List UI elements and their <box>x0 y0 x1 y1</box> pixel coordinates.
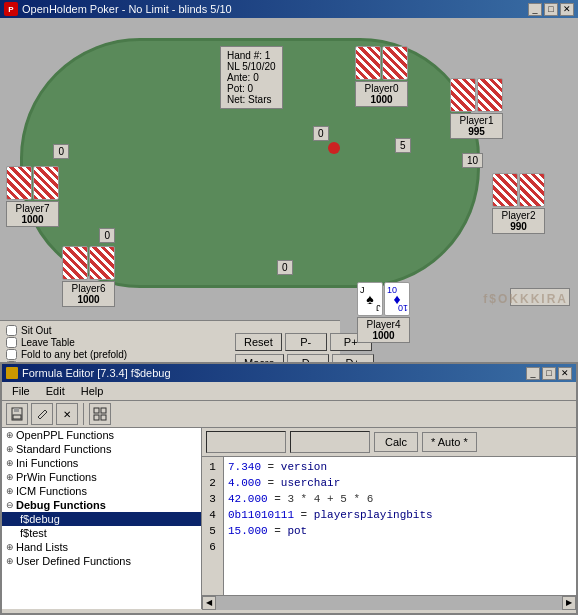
player0-card2 <box>382 46 408 80</box>
svg-rect-4 <box>101 408 106 413</box>
formula-menu: File Edit Help <box>2 382 576 401</box>
toolbar-close-btn[interactable]: ✕ <box>56 403 78 425</box>
line-num-6: 6 <box>202 539 223 555</box>
ante: Ante: 0 <box>227 72 276 83</box>
pot-label: 0 <box>313 126 329 141</box>
line-num-5: 5 <box>202 523 223 539</box>
formula-maximize-btn[interactable]: □ <box>542 367 556 380</box>
fold-prefold-checkbox[interactable] <box>6 349 17 360</box>
fold-prefold-label: Fold to any bet (prefold) <box>21 349 127 360</box>
game-type: NL 5/10/20 <box>227 61 276 72</box>
toolbar-edit-btn[interactable] <box>31 403 53 425</box>
player7-box: Player7 1000 <box>6 201 59 227</box>
tree-standard[interactable]: ⊕ Standard Functions <box>2 442 201 456</box>
tree-handlists[interactable]: ⊕ Hand Lists <box>2 540 201 554</box>
tree-prwin[interactable]: ⊕ PrWin Functions <box>2 470 201 484</box>
player2-bet: 10 <box>462 153 483 168</box>
scroll-track[interactable] <box>216 596 562 610</box>
toolbar-save-btn[interactable] <box>6 403 28 425</box>
tree-openppl[interactable]: ⊕ OpenPPL Functions <box>2 428 201 442</box>
pot-chip <box>328 142 340 154</box>
tree-ini[interactable]: ⊕ Ini Functions <box>2 456 201 470</box>
tree-debug[interactable]: ⊖ Debug Functions <box>2 498 201 512</box>
menu-file[interactable]: File <box>4 383 38 399</box>
player1-card1 <box>450 78 476 112</box>
tree-userdefined[interactable]: ⊕ User Defined Functions <box>2 554 201 568</box>
tree-icm[interactable]: ⊕ ICM Functions <box>2 484 201 498</box>
hand-info: Hand #: 1 NL 5/10/20 Ante: 0 Pot: 0 Net:… <box>220 46 283 109</box>
formula-app-icon <box>6 367 18 379</box>
line-num-3: 3 <box>202 491 223 507</box>
menu-help[interactable]: Help <box>73 383 112 399</box>
menu-edit[interactable]: Edit <box>38 383 73 399</box>
poker-titlebar: P OpenHoldem Poker - No Limit - blinds 5… <box>0 0 578 18</box>
player4-bet: 0 <box>277 260 293 275</box>
player6-card2 <box>89 246 115 280</box>
player7-bet: 0 <box>53 144 69 159</box>
formula-editor: Formula Editor [7.3.4] f$debug _ □ ✕ Fil… <box>0 362 578 615</box>
player2-chips: 990 <box>496 221 541 232</box>
tree-ftest[interactable]: f$test <box>2 526 201 540</box>
formula-toolbar: ✕ <box>2 401 576 428</box>
p-minus-btn[interactable]: P- <box>285 333 327 351</box>
player2-card2 <box>519 173 545 207</box>
code-area: 1 2 3 4 5 6 7.340 = version 4.000 = user… <box>202 457 576 595</box>
poker-window-title: OpenHoldem Poker - No Limit - blinds 5/1… <box>22 3 232 15</box>
tree-fdebug[interactable]: f$debug <box>2 512 201 526</box>
line-numbers: 1 2 3 4 5 6 <box>202 457 224 595</box>
editor-panel: Calc * Auto * 1 2 3 4 5 6 7.340 = versio… <box>202 428 576 609</box>
watermark: f$OKKKIRA <box>483 290 568 306</box>
scroll-right-btn[interactable]: ▶ <box>562 596 576 610</box>
editor-top: Calc * Auto * <box>202 428 576 457</box>
scroll-left-btn[interactable]: ◀ <box>202 596 216 610</box>
formula-content: ⊕ OpenPPL Functions ⊕ Standard Functions… <box>2 428 576 609</box>
line-num-1: 1 <box>202 459 223 475</box>
player6-box: Player6 1000 <box>62 281 115 307</box>
code-line-6 <box>228 539 572 555</box>
toolbar-grid-btn[interactable] <box>89 403 111 425</box>
player1-name: Player1 <box>454 115 499 126</box>
poker-close-btn[interactable]: ✕ <box>560 3 574 16</box>
player2-name: Player2 <box>496 210 541 221</box>
player1-card2 <box>477 78 503 112</box>
leave-table-checkbox[interactable] <box>6 337 17 348</box>
svg-rect-6 <box>101 415 106 420</box>
player4-card1: J J ♠ <box>357 282 383 316</box>
player1-box: Player1 995 <box>450 113 503 139</box>
code-line-2: 4.000 = userchair <box>228 475 572 491</box>
player0-card1 <box>355 46 381 80</box>
code-content[interactable]: 7.340 = version 4.000 = userchair 42.000… <box>224 457 576 595</box>
player0-chips: 1000 <box>359 94 404 105</box>
player6-name: Player6 <box>66 283 111 294</box>
tree-panel: ⊕ OpenPPL Functions ⊕ Standard Functions… <box>2 428 202 609</box>
editor-input2[interactable] <box>290 431 370 453</box>
formula-close-btn[interactable]: ✕ <box>558 367 572 380</box>
side-label: 5 <box>395 138 411 153</box>
net: Net: Stars <box>227 94 276 105</box>
player2-box: Player2 990 <box>492 208 545 234</box>
editor-input1[interactable] <box>206 431 286 453</box>
player1-area: Player1 995 <box>450 78 503 139</box>
player4-name: Player4 <box>361 319 406 330</box>
player7-name: Player7 <box>10 203 55 214</box>
svg-rect-1 <box>14 408 19 412</box>
formula-minimize-btn[interactable]: _ <box>526 367 540 380</box>
poker-minimize-btn[interactable]: _ <box>528 3 542 16</box>
auto-button[interactable]: * Auto * <box>422 432 477 452</box>
player7-card1 <box>6 166 32 200</box>
calc-button[interactable]: Calc <box>374 432 418 452</box>
formula-titlebar: Formula Editor [7.3.4] f$debug _ □ ✕ <box>2 364 576 382</box>
player1-chips: 995 <box>454 126 499 137</box>
player2-card1 <box>492 173 518 207</box>
formula-title: Formula Editor [7.3.4] f$debug <box>22 367 171 379</box>
reset-btn[interactable]: Reset <box>235 333 282 351</box>
toolbar-sep <box>83 403 84 425</box>
svg-rect-3 <box>94 408 99 413</box>
svg-rect-2 <box>13 415 21 419</box>
sit-out-checkbox[interactable] <box>6 325 17 336</box>
player4-card2: 10 10 ♦ <box>384 282 410 316</box>
leave-table-label: Leave Table <box>21 337 75 348</box>
player7-card2 <box>33 166 59 200</box>
poker-maximize-btn[interactable]: □ <box>544 3 558 16</box>
player4-chips: 1000 <box>361 330 406 341</box>
